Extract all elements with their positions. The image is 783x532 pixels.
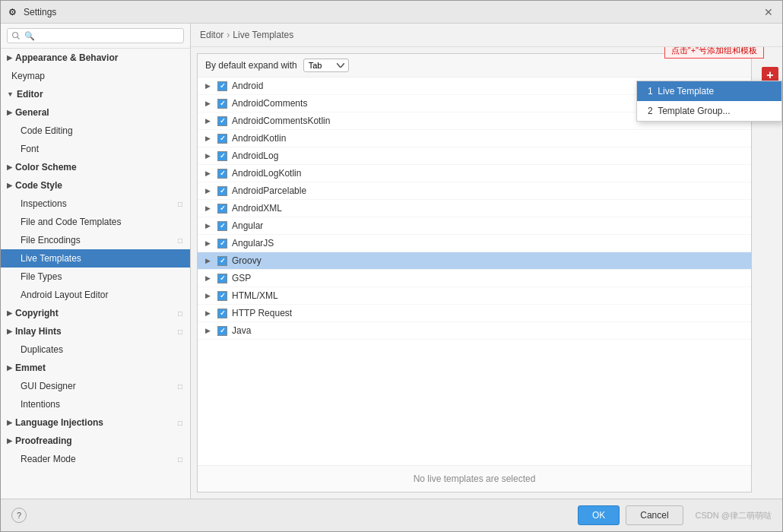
popup-item-live-template[interactable]: 1 Live Template xyxy=(637,81,781,101)
cancel-button[interactable]: Cancel xyxy=(626,505,683,525)
sidebar-item-inspections[interactable]: Inspections □ xyxy=(1,195,190,213)
arrow-right-icon: ▶ xyxy=(7,364,12,372)
table-row[interactable]: ▶ ✓ AndroidLogKotlin xyxy=(198,165,751,182)
expand-arrow-icon: ▶ xyxy=(205,292,213,299)
help-button[interactable]: ? xyxy=(11,508,27,523)
sidebar-item-file-types[interactable]: File Types xyxy=(1,268,190,286)
template-label: AndroidParcelable xyxy=(232,185,306,196)
expand-arrow-icon: ▶ xyxy=(205,327,213,334)
breadcrumb-live-templates: Live Templates xyxy=(233,30,293,40)
sidebar-item-reader-mode[interactable]: Reader Mode □ xyxy=(1,450,190,468)
expand-arrow-icon: ▶ xyxy=(205,187,213,195)
expand-arrow-icon: ▶ xyxy=(205,257,213,264)
table-row[interactable]: ▶ ✓ AngularJS xyxy=(198,235,751,252)
table-row[interactable]: ▶ ✓ Angular xyxy=(198,217,751,235)
sidebar-item-code-style[interactable]: ▶ Code Style xyxy=(1,176,190,195)
sidebar-item-label: Appearance & Behavior xyxy=(15,52,118,63)
table-row[interactable]: ▶ ✓ AndroidKotlin xyxy=(198,130,751,147)
arrow-down-icon: ▼ xyxy=(7,90,14,98)
expand-arrow-icon: ▶ xyxy=(205,309,213,317)
sidebar-item-label: Color Scheme xyxy=(15,162,77,173)
arrow-right-icon: ▶ xyxy=(7,109,12,116)
table-row[interactable]: ▶ ✓ AndroidParcelable xyxy=(198,182,751,200)
template-list: ▶ ✓ Android ▶ ✓ AndroidComments ▶ ✓ xyxy=(198,78,751,465)
table-row[interactable]: ▶ ✓ Groovy xyxy=(198,252,751,270)
sidebar-item-label: Inspections xyxy=(21,198,67,209)
template-label: HTTP Request xyxy=(232,308,292,318)
expand-arrow-icon: ▶ xyxy=(205,274,213,282)
sidebar-item-general[interactable]: ▶ General xyxy=(1,103,190,122)
template-checkbox[interactable]: ✓ xyxy=(217,81,227,91)
template-checkbox[interactable]: ✓ xyxy=(217,116,227,126)
sidebar-item-code-editing[interactable]: Code Editing xyxy=(1,122,190,140)
template-checkbox[interactable]: ✓ xyxy=(217,169,227,179)
template-checkbox[interactable]: ✓ xyxy=(217,239,227,249)
template-checkbox[interactable]: ✓ xyxy=(217,151,227,161)
expand-arrow-icon: ▶ xyxy=(205,239,213,247)
dialog-footer: ? OK Cancel CSDN @律二萌萌哒 xyxy=(1,499,782,531)
dialog-title: Settings xyxy=(24,7,56,17)
sidebar-item-label: Font xyxy=(21,144,39,154)
expand-arrow-icon: ▶ xyxy=(205,100,213,107)
sidebar-item-label: General xyxy=(15,107,49,118)
template-label: AndroidLog xyxy=(232,150,278,161)
sidebar-item-color-scheme[interactable]: ▶ Color Scheme xyxy=(1,158,190,176)
sidebar-item-appearance[interactable]: ▶ Appearance & Behavior xyxy=(1,49,190,67)
table-row[interactable]: ▶ ✓ AndroidLog xyxy=(198,147,751,165)
ok-button[interactable]: OK xyxy=(578,505,620,525)
template-checkbox[interactable]: ✓ xyxy=(217,274,227,283)
dialog-body: ▶ Appearance & Behavior Keymap ▼ Editor … xyxy=(1,24,782,499)
settings-icon: ⚙ xyxy=(8,7,19,17)
arrow-right-icon: ▶ xyxy=(7,419,12,426)
sidebar-item-duplicates[interactable]: Duplicates xyxy=(1,340,190,359)
template-checkbox[interactable]: ✓ xyxy=(217,221,227,231)
template-checkbox[interactable]: ✓ xyxy=(217,256,227,266)
file-encodings-badge: □ xyxy=(178,236,182,245)
template-checkbox[interactable]: ✓ xyxy=(217,326,227,336)
table-row[interactable]: ▶ ✓ HTML/XML xyxy=(198,287,751,305)
watermark-text: CSDN @律二萌萌哒 xyxy=(696,510,772,521)
template-checkbox[interactable]: ✓ xyxy=(217,291,227,301)
popup-item-template-group[interactable]: 2 Template Group... xyxy=(637,101,781,121)
sidebar-item-label: Code Style xyxy=(15,180,62,191)
search-input[interactable] xyxy=(7,28,184,43)
template-checkbox[interactable]: ✓ xyxy=(217,99,227,109)
table-row[interactable]: ▶ ✓ AndroidXML xyxy=(198,200,751,217)
sidebar-item-android-layout-editor[interactable]: Android Layout Editor xyxy=(1,286,190,304)
sidebar-item-live-templates[interactable]: Live Templates xyxy=(1,249,190,268)
template-checkbox[interactable]: ✓ xyxy=(217,134,227,144)
template-label: AndroidLogKotlin xyxy=(232,168,301,179)
sidebar-item-proofreading[interactable]: ▶ Proofreading xyxy=(1,432,190,450)
sidebar-item-label: GUI Designer xyxy=(21,381,76,391)
sidebar-item-font[interactable]: Font xyxy=(1,140,190,158)
expand-arrow-icon: ▶ xyxy=(205,222,213,230)
sidebar-item-editor[interactable]: ▼ Editor xyxy=(1,85,190,103)
arrow-right-icon: ▶ xyxy=(7,163,12,171)
template-label: AndroidXML xyxy=(232,203,282,214)
sidebar-item-file-encodings[interactable]: File Encodings □ xyxy=(1,231,190,249)
template-checkbox[interactable]: ✓ xyxy=(217,309,227,318)
expand-arrow-icon: ▶ xyxy=(205,135,213,142)
sidebar-item-inlay-hints[interactable]: ▶ Inlay Hints □ xyxy=(1,322,190,340)
sidebar-item-copyright[interactable]: ▶ Copyright □ xyxy=(1,304,190,322)
table-row[interactable]: ▶ ✓ GSP xyxy=(198,270,751,287)
expand-label: By default expand with xyxy=(205,60,297,71)
sidebar-item-intentions[interactable]: Intentions xyxy=(1,395,190,413)
title-bar: ⚙ Settings ✕ xyxy=(1,1,782,24)
template-checkbox[interactable]: ✓ xyxy=(217,186,227,196)
table-row[interactable]: ▶ ✓ HTTP Request xyxy=(198,305,751,322)
expand-arrow-icon: ▶ xyxy=(205,82,213,90)
sidebar-item-label: Duplicates xyxy=(21,344,63,355)
sidebar-item-keymap[interactable]: Keymap xyxy=(1,67,190,85)
sidebar-item-file-code-templates[interactable]: File and Code Templates xyxy=(1,213,190,231)
table-row[interactable]: ▶ ✓ Java xyxy=(198,322,751,340)
expand-select[interactable]: Tab Enter Space xyxy=(303,59,349,72)
template-checkbox[interactable]: ✓ xyxy=(217,204,227,214)
sidebar-item-emmet[interactable]: ▶ Emmet xyxy=(1,359,190,377)
sidebar-item-gui-designer[interactable]: GUI Designer □ xyxy=(1,377,190,395)
arrow-right-icon: ▶ xyxy=(7,309,12,317)
close-button[interactable]: ✕ xyxy=(762,6,775,18)
breadcrumb-editor: Editor xyxy=(200,30,223,40)
arrow-right-icon: ▶ xyxy=(7,437,12,445)
sidebar-item-language-injections[interactable]: ▶ Language Injections □ xyxy=(1,413,190,432)
